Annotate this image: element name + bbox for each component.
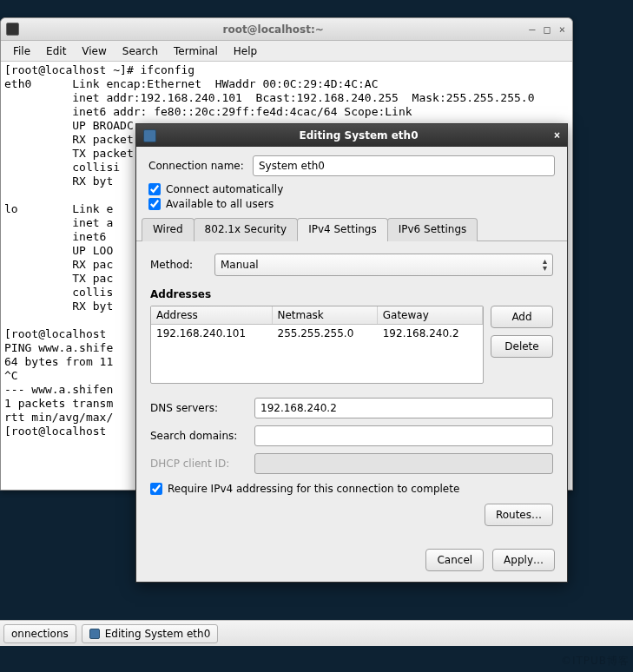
- taskbar-item-label: onnections: [11, 628, 69, 640]
- terminal-menubar: File Edit View Search Terminal Help: [1, 41, 572, 62]
- network-icon: [143, 129, 156, 142]
- connection-name-input[interactable]: [253, 155, 555, 176]
- dns-servers-row: DNS servers:: [150, 398, 553, 418]
- menu-terminal[interactable]: Terminal: [167, 43, 225, 59]
- connection-name-label: Connection name:: [148, 160, 253, 172]
- dhcp-client-id-input: [254, 453, 553, 474]
- menu-help[interactable]: Help: [227, 43, 264, 59]
- method-label: Method:: [150, 259, 202, 271]
- dialog-title: Editing System eth0: [163, 129, 554, 142]
- col-gateway[interactable]: Gateway: [377, 306, 482, 325]
- dialog-footer: Cancel Apply…: [136, 540, 567, 582]
- chevron-updown-icon: ▴▾: [543, 258, 547, 272]
- search-domains-row: Search domains:: [150, 425, 553, 446]
- connection-name-row: Connection name:: [148, 155, 555, 176]
- available-all-users-checkbox[interactable]: [148, 198, 161, 210]
- window-buttons: — □ ×: [522, 23, 572, 36]
- delete-button[interactable]: Delete: [491, 335, 553, 358]
- cell-address[interactable]: 192.168.240.101: [151, 325, 272, 343]
- taskbar-item-label: Editing System eth0: [105, 628, 211, 640]
- terminal-titlebar[interactable]: root@localhost:~ — □ ×: [1, 18, 572, 41]
- dns-servers-input[interactable]: [254, 398, 553, 418]
- network-icon: [89, 629, 100, 639]
- dhcp-client-id-row: DHCP client ID:: [150, 453, 553, 474]
- menu-file[interactable]: File: [6, 43, 37, 59]
- search-domains-label: Search domains:: [150, 430, 254, 442]
- addresses-heading: Addresses: [150, 288, 553, 300]
- addresses-table[interactable]: Address Netmask Gateway 192.168.240.101 …: [150, 306, 484, 384]
- method-row: Method: Manual ▴▾: [150, 254, 553, 276]
- tab-8021x-security[interactable]: 802.1x Security: [194, 218, 299, 241]
- add-button[interactable]: Add: [491, 306, 553, 328]
- terminal-icon: [6, 23, 19, 36]
- cell-gateway[interactable]: 192.168.240.2: [377, 325, 482, 343]
- method-combo[interactable]: Manual ▴▾: [214, 254, 553, 276]
- require-ipv4-checkbox[interactable]: [150, 483, 162, 495]
- menu-edit[interactable]: Edit: [39, 43, 73, 59]
- tab-ipv6-settings[interactable]: IPv6 Settings: [387, 218, 478, 241]
- terminal-title: root@localhost:~: [24, 23, 522, 36]
- dialog-body: Connection name: Connect automatically A…: [136, 147, 567, 540]
- watermark-text: ©ITPUB博客: [561, 654, 630, 669]
- menu-view[interactable]: View: [75, 43, 113, 59]
- search-domains-input[interactable]: [254, 425, 553, 446]
- apply-button[interactable]: Apply…: [492, 549, 555, 571]
- menu-search[interactable]: Search: [115, 43, 165, 59]
- require-ipv4-label: Require IPv4 addressing for this connect…: [168, 483, 459, 495]
- dns-servers-label: DNS servers:: [150, 402, 254, 414]
- connect-automatically-row: Connect automatically: [148, 183, 555, 195]
- cancel-button[interactable]: Cancel: [425, 549, 484, 571]
- ipv4-settings-panel: Method: Manual ▴▾ Addresses Address Ne: [148, 241, 555, 530]
- available-all-users-label: Available to all users: [166, 198, 274, 210]
- taskbar-item-connections[interactable]: onnections: [3, 624, 76, 643]
- tab-wired[interactable]: Wired: [142, 218, 195, 241]
- tab-ipv4-settings[interactable]: IPv4 Settings: [297, 218, 388, 241]
- addresses-header-row: Address Netmask Gateway: [151, 306, 483, 325]
- addresses-buttons: Add Delete: [491, 306, 553, 384]
- connect-automatically-label: Connect automatically: [166, 183, 283, 195]
- require-ipv4-row: Require IPv4 addressing for this connect…: [150, 483, 553, 495]
- available-all-users-row: Available to all users: [148, 198, 555, 210]
- taskbar: onnections Editing System eth0: [0, 620, 633, 646]
- col-address[interactable]: Address: [151, 306, 272, 325]
- connect-automatically-checkbox[interactable]: [148, 183, 161, 195]
- col-netmask[interactable]: Netmask: [272, 306, 377, 325]
- dhcp-client-id-label: DHCP client ID:: [150, 458, 254, 470]
- taskbar-item-editing-eth0[interactable]: Editing System eth0: [82, 624, 219, 643]
- routes-row: Routes…: [150, 504, 553, 526]
- addresses-section: Addresses Address Netmask Gateway: [150, 288, 553, 384]
- dialog-close-button[interactable]: ×: [554, 129, 560, 142]
- method-value: Manual: [221, 259, 259, 271]
- dialog-titlebar[interactable]: Editing System eth0 ×: [136, 124, 567, 147]
- editing-connection-dialog: Editing System eth0 × Connection name: C…: [135, 123, 568, 583]
- maximize-button[interactable]: □: [544, 23, 551, 36]
- cell-netmask[interactable]: 255.255.255.0: [272, 325, 377, 343]
- routes-button[interactable]: Routes…: [485, 504, 553, 526]
- minimize-button[interactable]: —: [529, 23, 535, 36]
- ipv4-form-rows: DNS servers: Search domains: DHCP client…: [150, 398, 553, 474]
- close-button[interactable]: ×: [559, 23, 565, 36]
- table-row[interactable]: 192.168.240.101 255.255.255.0 192.168.24…: [151, 325, 483, 343]
- settings-tabs: Wired 802.1x Security IPv4 Settings IPv6…: [136, 217, 567, 241]
